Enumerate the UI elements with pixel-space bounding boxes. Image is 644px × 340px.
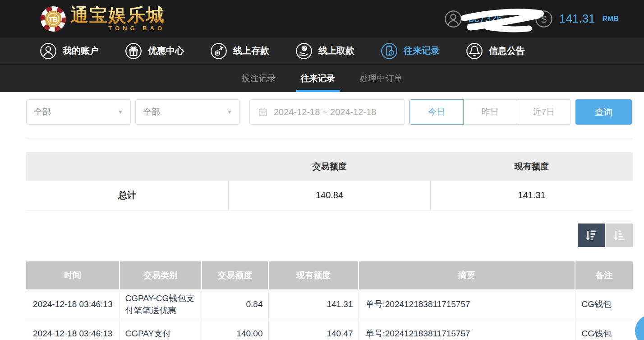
- type-select[interactable]: 全部 ▼: [135, 99, 240, 125]
- summary-header-empty: [26, 152, 228, 181]
- table-row: 2024-12-18 03:46:13 CGPAY支付 140.00 140.4…: [26, 320, 633, 340]
- button-label: 今日: [428, 106, 445, 118]
- record-remark: CG钱包: [575, 320, 633, 340]
- col-header-amount: 交易额度: [202, 261, 268, 289]
- summary-balance-total: 141.31: [431, 181, 633, 210]
- summary-transaction-total: 140.84: [228, 181, 430, 210]
- site-subtitle: TONG BAO: [108, 25, 165, 31]
- dollar-balance-icon: $: [535, 10, 553, 28]
- summary-header-balance: 现有额度: [431, 152, 633, 181]
- records-clipboard-icon: [381, 42, 398, 60]
- record-summary: 单号:202412183811715757: [359, 289, 575, 320]
- date-range-input[interactable]: 2024-12-18 ~ 2024-12-18: [249, 99, 405, 125]
- tab-label: 投注记录: [242, 73, 276, 84]
- summary-header-row: 交易额度 现有额度: [26, 152, 633, 181]
- site-title: 通宝娱乐城: [70, 6, 165, 24]
- nav-label: 信息公告: [489, 45, 525, 57]
- withdraw-icon: [295, 42, 313, 60]
- sort-ascending-button[interactable]: [606, 224, 633, 247]
- sub-tabbar: 投注记录 往来记录 处理中订单: [0, 65, 644, 92]
- query-button[interactable]: 查询: [575, 99, 632, 125]
- yesterday-button[interactable]: 昨日: [463, 99, 517, 125]
- bell-icon: [466, 42, 483, 60]
- tab-betting-records[interactable]: 投注记录: [240, 65, 278, 92]
- floating-chat-button[interactable]: [635, 315, 644, 340]
- summary-table: 交易额度 现有额度 总计 140.84 141.31: [26, 152, 633, 211]
- col-header-balance: 现有额度: [268, 261, 359, 289]
- site-logo[interactable]: TB 通宝娱乐城 TONG BAO: [40, 5, 165, 33]
- record-remark: CG钱包: [575, 289, 633, 320]
- col-header-time: 时间: [26, 261, 120, 289]
- balance-block[interactable]: $ 141.31 RMB: [535, 10, 619, 28]
- nav-item-announcements[interactable]: 信息公告: [466, 42, 525, 60]
- username: bc7325: [469, 13, 502, 24]
- nav-label: 往来记录: [404, 45, 440, 57]
- tab-label: 处理中订单: [360, 73, 403, 84]
- section-divider: [26, 139, 633, 139]
- calendar-icon: [258, 107, 268, 117]
- gift-icon: [125, 42, 142, 60]
- record-balance: 141.31: [268, 289, 359, 320]
- records-header-row: 时间 交易类别 交易额度 现有额度 摘要 备注: [26, 261, 633, 289]
- tab-label: 往来记录: [301, 73, 335, 84]
- main-nav: 我的账户 优惠中心 线上存款: [0, 37, 644, 65]
- category-select[interactable]: 全部 ▼: [26, 99, 131, 125]
- logo-text: 通宝娱乐城 TONG BAO: [70, 6, 165, 31]
- button-label: 近7日: [533, 106, 555, 118]
- tab-processing-orders[interactable]: 处理中订单: [358, 65, 405, 92]
- record-amount: 140.00: [202, 320, 268, 340]
- records-table: 时间 交易类别 交易额度 现有额度 摘要 备注 2024-12-18 03:46…: [26, 261, 633, 340]
- record-type: CGPAY-CG钱包支付笔笔送优惠: [120, 289, 202, 320]
- today-button[interactable]: 今日: [409, 99, 464, 125]
- user-account[interactable]: bc7325: [444, 10, 502, 28]
- chevron-down-icon: ▼: [118, 109, 123, 115]
- record-time: 2024-12-18 03:46:13: [26, 320, 120, 340]
- svg-text:TB: TB: [49, 15, 58, 23]
- sort-ascending-icon: [612, 228, 627, 242]
- poker-chip-logo-icon: TB: [40, 5, 67, 33]
- username-wrap: bc7325: [469, 13, 502, 25]
- last7days-button[interactable]: 近7日: [517, 99, 571, 125]
- nav-item-transaction-records[interactable]: 往来记录: [381, 42, 440, 60]
- summary-total-label: 总计: [26, 181, 228, 210]
- balance-amount: 141.31: [559, 12, 595, 26]
- sort-descending-button[interactable]: [578, 224, 605, 247]
- table-row: 2024-12-18 03:46:13 CGPAY-CG钱包支付笔笔送优惠 0.…: [26, 289, 633, 320]
- sort-controls: [0, 224, 633, 247]
- user-area: bc7325 $ 141.31 RMB: [444, 10, 619, 28]
- record-summary: 单号:202412183811715757: [359, 320, 575, 340]
- nav-label: 优惠中心: [148, 45, 184, 57]
- record-time: 2024-12-18 03:46:13: [26, 289, 120, 320]
- nav-label: 我的账户: [63, 45, 99, 57]
- user-icon: [40, 42, 57, 60]
- nav-item-deposit[interactable]: 线上存款: [210, 42, 269, 60]
- record-balance: 140.47: [268, 320, 359, 340]
- type-select-value: 全部: [143, 106, 160, 118]
- category-select-value: 全部: [34, 106, 51, 118]
- record-amount: 0.84: [202, 289, 268, 320]
- filter-row: 全部 ▼ 全部 ▼ 2024-12-18 ~ 2024-12-18 今日: [26, 99, 633, 125]
- sort-descending-icon: [584, 228, 599, 242]
- nav-item-withdraw[interactable]: 线上取款: [295, 42, 354, 60]
- nav-item-promotions[interactable]: 优惠中心: [125, 42, 184, 60]
- record-type: CGPAY支付: [120, 320, 202, 340]
- nav-item-my-account[interactable]: 我的账户: [40, 42, 99, 60]
- balance-currency: RMB: [603, 15, 619, 23]
- nav-label: 线上存款: [233, 45, 269, 57]
- svg-text:$: $: [541, 14, 547, 25]
- chevron-down-icon: ▼: [227, 109, 232, 115]
- top-header: TB 通宝娱乐城 TONG BAO bc7325: [0, 0, 644, 37]
- deposit-icon: [210, 42, 227, 60]
- user-avatar-icon: [444, 10, 462, 28]
- quick-date-group: 今日 昨日 近7日: [409, 99, 571, 125]
- col-header-type: 交易类别: [120, 261, 202, 289]
- summary-total-row: 总计 140.84 141.31: [26, 181, 633, 210]
- col-header-remark: 备注: [575, 261, 633, 289]
- tab-transaction-records[interactable]: 往来记录: [299, 65, 337, 92]
- date-range-value: 2024-12-18 ~ 2024-12-18: [274, 107, 376, 117]
- transaction-records-page: TB 通宝娱乐城 TONG BAO bc7325: [0, 0, 644, 340]
- nav-label: 线上取款: [318, 45, 354, 57]
- button-label: 昨日: [482, 106, 499, 118]
- summary-header-transaction: 交易额度: [228, 152, 430, 181]
- col-header-summary: 摘要: [359, 261, 575, 289]
